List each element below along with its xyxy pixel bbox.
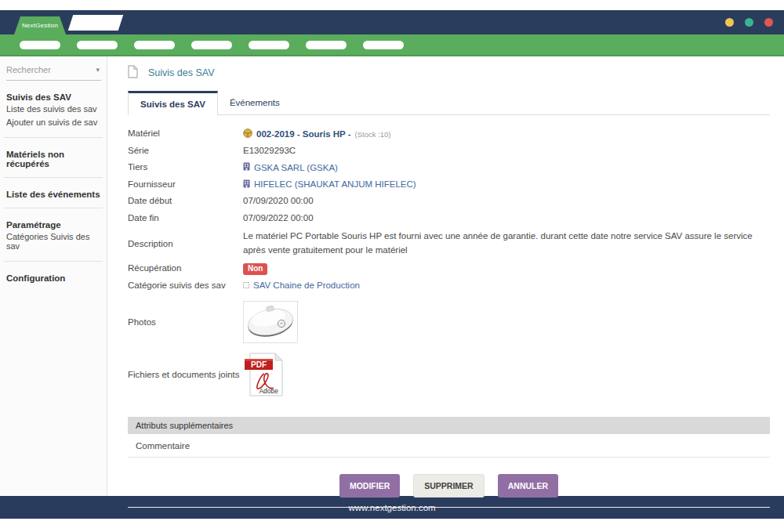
- pdf-file-icon[interactable]: PDF Adobe: [243, 352, 286, 397]
- row-categorie: Catégorie suivis des sav SAV Chaine de P…: [128, 277, 770, 295]
- action-buttons: MODIFIER SUPPRIMER ANNULER: [128, 474, 770, 498]
- sidebar-heading-materiels-non-recuperes[interactable]: Matériels non récupérés: [0, 150, 107, 168]
- bottom-strip: [0, 519, 784, 532]
- sidebar-item-categories-suivis[interactable]: Catégories Suivis des sav: [0, 230, 107, 252]
- status-badge: Non: [243, 263, 267, 275]
- window-dot-red[interactable]: [764, 18, 773, 27]
- nav-pill-5[interactable]: [249, 41, 289, 49]
- field-label: Matériel: [128, 128, 243, 138]
- row-description: Description Le matériel PC Portable Sour…: [128, 226, 770, 260]
- nav-pill-3[interactable]: [134, 41, 175, 49]
- sidebar-divider: [4, 177, 103, 178]
- detail-form: Matériel 002-2019 - Souris HP - (Stock :…: [128, 125, 770, 400]
- field-label: Série: [128, 146, 243, 155]
- tiers-link[interactable]: GSKA SARL (GSKA): [254, 163, 338, 172]
- package-icon: [243, 128, 252, 139]
- row-fichiers: Fichiers et documents joints PDF Adobe: [128, 349, 770, 400]
- pdf-banner-text: PDF: [251, 360, 267, 369]
- page-title: Suivis des SAV: [148, 67, 215, 78]
- sidebar-item-liste-des-suivis[interactable]: Liste des suivis des sav: [0, 102, 107, 115]
- field-label: Catégorie suivis des sav: [128, 280, 243, 290]
- category-icon: [243, 282, 249, 288]
- sidebar: Rechercher ▾ Suivis des SAV Liste des su…: [0, 56, 107, 496]
- sidebar-heading-suivis-des-sav[interactable]: Suivis des SAV: [0, 92, 107, 102]
- row-date-debut: Date début 07/09/2020 00:00: [128, 193, 770, 210]
- field-label: Récupération: [128, 263, 243, 273]
- categorie-link[interactable]: SAV Chaine de Production: [253, 280, 360, 290]
- nav-pill-1[interactable]: [20, 41, 60, 49]
- nav-pill-2[interactable]: [77, 41, 118, 49]
- delete-button[interactable]: SUPPRIMER: [413, 474, 484, 498]
- top-strip: [0, 0, 784, 10]
- row-date-fin: Date fin 07/09/2022 00:00: [128, 210, 770, 227]
- content-area: Rechercher ▾ Suivis des SAV Liste des su…: [0, 56, 784, 496]
- pdf-brand-text: Adobe: [259, 387, 278, 395]
- tab-strip: Suivis des SAV Événements: [128, 91, 770, 115]
- brand-tab[interactable]: NextGestion: [14, 16, 66, 34]
- sidebar-heading-configuration[interactable]: Configuration: [0, 273, 107, 283]
- modify-button[interactable]: MODIFIER: [339, 474, 400, 498]
- stock-info: (Stock :10): [355, 130, 391, 139]
- bottom-divider: [128, 507, 770, 508]
- field-label: Photos: [128, 317, 243, 327]
- window-dot-teal[interactable]: [745, 18, 753, 27]
- row-tiers: Tiers GSKA SARL (GSKA): [128, 159, 770, 176]
- description-value: Le matériel PC Portable Souris HP est fo…: [243, 230, 770, 258]
- materiel-link[interactable]: 002-2019 - Souris HP -: [256, 129, 351, 139]
- nav-pill-4[interactable]: [191, 41, 232, 49]
- tab-suivis-des-sav[interactable]: Suivis des SAV: [128, 91, 218, 115]
- search-placeholder: Rechercher: [6, 65, 51, 74]
- row-fournisseur: Fournisseur HIFELEC (SHAUKAT ANJUM HIFEL…: [128, 176, 770, 194]
- comment-row: Commentaire: [128, 434, 770, 458]
- document-icon: [128, 65, 138, 81]
- comment-label: Commentaire: [136, 441, 190, 451]
- chevron-down-icon: ▾: [96, 66, 100, 74]
- attributes-header-label: Attributs supplémentaires: [136, 421, 233, 430]
- serie-value: E13029293C: [243, 146, 296, 155]
- row-photos: Photos: [128, 298, 770, 346]
- sidebar-heading-liste-des-evenements[interactable]: Liste des événements: [0, 190, 107, 199]
- nav-pill-7[interactable]: [363, 41, 404, 49]
- field-label: Description: [128, 239, 243, 248]
- cancel-button[interactable]: ANNULER: [498, 474, 558, 498]
- row-materiel: Matériel 002-2019 - Souris HP - (Stock :…: [128, 125, 770, 143]
- nav-pill-6[interactable]: [306, 41, 347, 49]
- attributes-header-bar: Attributs supplémentaires: [128, 417, 770, 434]
- field-label: Fournisseur: [128, 179, 243, 189]
- sidebar-item-ajouter-un-suivis[interactable]: Ajouter un suivis de sav: [0, 115, 107, 128]
- row-recuperation: Récupération Non: [128, 260, 770, 277]
- search-select[interactable]: Rechercher ▾: [6, 63, 101, 81]
- window-dot-yellow[interactable]: [725, 18, 734, 27]
- building-icon: [243, 162, 250, 172]
- sidebar-divider: [4, 261, 103, 262]
- main-navbar: [0, 34, 784, 56]
- ghost-tab: [68, 15, 123, 31]
- row-serie: Série E13029293C: [128, 143, 770, 160]
- tab-evenements[interactable]: Événements: [218, 91, 292, 114]
- sidebar-divider: [4, 208, 103, 208]
- building-icon: [243, 179, 250, 190]
- field-label: Date fin: [128, 213, 243, 223]
- window-titlebar: NextGestion: [0, 10, 784, 34]
- photo-thumbnail-mouse[interactable]: [243, 301, 298, 343]
- brand-logo-text: NextGestion: [22, 22, 58, 29]
- field-label: Tiers: [128, 162, 243, 172]
- fournisseur-link[interactable]: HIFELEC (SHAUKAT ANJUM HIFELEC): [254, 179, 416, 189]
- sidebar-divider: [4, 137, 103, 138]
- field-label: Date début: [128, 196, 243, 205]
- date-fin-value: 07/09/2022 00:00: [243, 213, 314, 223]
- date-debut-value: 07/09/2020 00:00: [243, 196, 314, 205]
- sidebar-heading-parametrage[interactable]: Paramétrage: [0, 220, 107, 230]
- field-label: Fichiers et documents joints: [128, 370, 243, 379]
- main-panel: Suivis des SAV Suivis des SAV Événements…: [107, 56, 784, 496]
- window-controls: [725, 18, 773, 27]
- page-header: Suivis des SAV: [128, 64, 770, 81]
